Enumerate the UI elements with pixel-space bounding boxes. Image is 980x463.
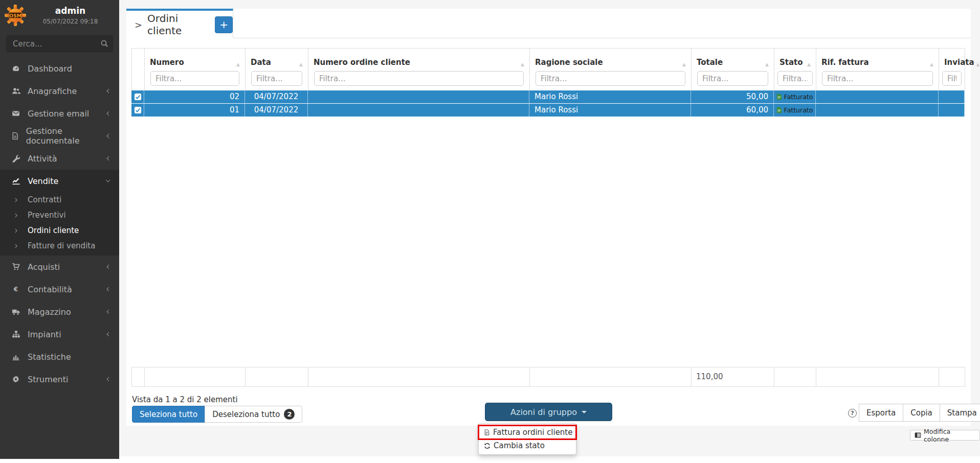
add-order-button[interactable]: +: [215, 16, 233, 33]
sidebar-subitem[interactable]: Contratti: [0, 192, 119, 207]
sidebar-item-icon: [10, 154, 21, 163]
sidebar-item-block: Acquisti: [0, 256, 119, 278]
row-selected-checkbox[interactable]: [131, 104, 144, 117]
sidebar-item[interactable]: Impianti: [0, 323, 119, 345]
cell-stato: Fatturato: [774, 90, 816, 103]
menu-item-icon: [484, 443, 491, 449]
sidebar-item[interactable]: € Contabilità: [0, 278, 119, 300]
sidebar-header: OSM admin 05/07/2022 09:18: [0, 0, 119, 29]
column-header-noc[interactable]: Numero ordine cliente▲: [308, 49, 530, 90]
sidebar-item-label: Magazzino: [28, 307, 71, 317]
sidebar-item-block: Vendite Contratti Preventivi: [0, 170, 119, 256]
sidebar-item[interactable]: Dashboard: [0, 57, 119, 80]
cell-totale: 50,00: [691, 90, 774, 103]
export-button[interactable]: Copia: [903, 404, 940, 422]
group-actions-button[interactable]: Azioni di gruppo: [485, 403, 612, 421]
login-datetime: 05/07/2022 09:18: [27, 18, 114, 25]
column-header-numero[interactable]: Numero▲: [145, 49, 246, 90]
deselect-all-button[interactable]: Deseleziona tutto 2: [205, 406, 302, 423]
sidebar-item-block: Impianti: [0, 323, 119, 345]
sidebar-item[interactable]: Strumenti: [0, 368, 119, 390]
cell-rif: [816, 90, 939, 103]
search-input[interactable]: [6, 35, 113, 52]
sidebar-item-icon: [10, 308, 21, 316]
filter-stato-input[interactable]: [777, 71, 813, 86]
footer-cell-inviata: [939, 367, 965, 387]
chevron-right-icon: [13, 228, 20, 234]
sidebar-item[interactable]: Gestione documentale: [0, 125, 119, 147]
sidebar-item[interactable]: Attività: [0, 147, 119, 170]
chevron-right-icon: [13, 197, 20, 203]
row-selected-checkbox[interactable]: [131, 90, 144, 103]
column-label: Totale: [697, 58, 723, 67]
menu-item[interactable]: Cambia stato: [479, 439, 576, 452]
sidebar-item-icon: [10, 263, 21, 271]
status-label: Fatturato: [784, 91, 813, 103]
sidebar-item-icon: [10, 353, 21, 361]
tab-ordini-cliente[interactable]: > Ordini cliente +: [126, 9, 233, 38]
column-header-totale[interactable]: Totale▲: [692, 49, 774, 90]
column-header-data[interactable]: Data▲: [246, 49, 308, 90]
filter-rif-input[interactable]: [822, 71, 933, 86]
results-summary: Vista da 1 a 2 di 2 elementi: [132, 395, 238, 404]
status-badge: Fatturato: [774, 90, 815, 103]
sidebar-item[interactable]: Vendite: [0, 170, 119, 192]
table-row[interactable]: 0204/07/2022Mario Rossi50,00Fatturato: [131, 90, 965, 103]
cell-noc: [308, 90, 529, 103]
sidebar-item-icon: [10, 177, 21, 185]
column-header-stato[interactable]: Stato▲: [774, 49, 816, 90]
menu-chevron-icon: [105, 264, 111, 270]
menu-chevron-icon: [105, 178, 111, 184]
column-label: Inviata: [944, 58, 974, 67]
export-button[interactable]: Esporta: [859, 404, 903, 422]
sidebar-subitem[interactable]: Ordini cliente: [0, 223, 119, 238]
column-header-inviata[interactable]: Inviata▲: [939, 49, 965, 90]
filter-totale-input[interactable]: [697, 71, 768, 86]
sidebar-item-label: Dashboard: [28, 64, 72, 74]
tab-chevron: >: [135, 19, 142, 30]
footer-cell-numero: [144, 367, 246, 387]
footer-cell-select: [131, 367, 145, 387]
filter-noc-input[interactable]: [314, 71, 524, 86]
column-header-select: [132, 49, 145, 90]
chevron-right-icon: [13, 213, 20, 218]
sidebar-subitem[interactable]: Preventivi: [0, 207, 119, 223]
filter-ragione-input[interactable]: [536, 71, 685, 86]
cell-totale: 60,00: [691, 104, 774, 117]
sidebar-subitem[interactable]: Fatture di vendita: [0, 238, 119, 253]
menu-item[interactable]: Fattura ordini cliente: [479, 426, 576, 439]
menu-chevron-icon: [105, 155, 111, 161]
select-all-button[interactable]: Seleziona tutto: [132, 406, 205, 423]
column-header-ragione[interactable]: Ragione sociale▲: [530, 49, 692, 90]
cell-ragione: Mario Rossi: [529, 90, 691, 103]
cell-inviata: [939, 90, 965, 103]
column-label: Ragione sociale: [535, 58, 603, 67]
sidebar-item-label: Impianti: [28, 330, 61, 339]
sidebar-item[interactable]: Magazzino: [0, 300, 119, 323]
sidebar-item[interactable]: Acquisti: [0, 256, 119, 278]
footer-cell-stato: [774, 367, 816, 387]
cell-rif: [816, 104, 939, 117]
modify-columns-button[interactable]: Modifica colonne: [910, 430, 980, 441]
sidebar-item[interactable]: Gestione email: [0, 102, 119, 125]
footer-cell-ragione: [529, 367, 692, 387]
filter-inviata-input[interactable]: [942, 71, 962, 86]
menu-chevron-icon: [105, 110, 111, 117]
filter-numero-input[interactable]: [150, 71, 239, 86]
export-button[interactable]: Stampa: [940, 404, 980, 422]
table-footer-row: 110,00: [131, 367, 965, 387]
tabs-divider: [233, 38, 971, 38]
sort-caret-icon: ▲: [680, 62, 686, 67]
sidebar-item[interactable]: Statistiche: [0, 345, 119, 368]
invoiced-file-icon: [776, 94, 782, 100]
help-icon[interactable]: ?: [848, 409, 857, 418]
status-label: Fatturato: [784, 104, 813, 117]
menu-item-label: Fattura ordini cliente: [493, 428, 572, 437]
sidebar-item-block: Gestione documentale: [0, 125, 119, 147]
filter-data-input[interactable]: [251, 71, 302, 86]
sort-caret-icon: ▲: [805, 62, 811, 67]
sidebar-item-icon: [10, 132, 20, 140]
sidebar-item[interactable]: Anagrafiche: [0, 80, 119, 102]
column-header-rif[interactable]: Rif. fattura▲: [816, 49, 939, 90]
table-row[interactable]: 0104/07/2022Mario Rossi60,00Fatturato: [131, 104, 965, 117]
